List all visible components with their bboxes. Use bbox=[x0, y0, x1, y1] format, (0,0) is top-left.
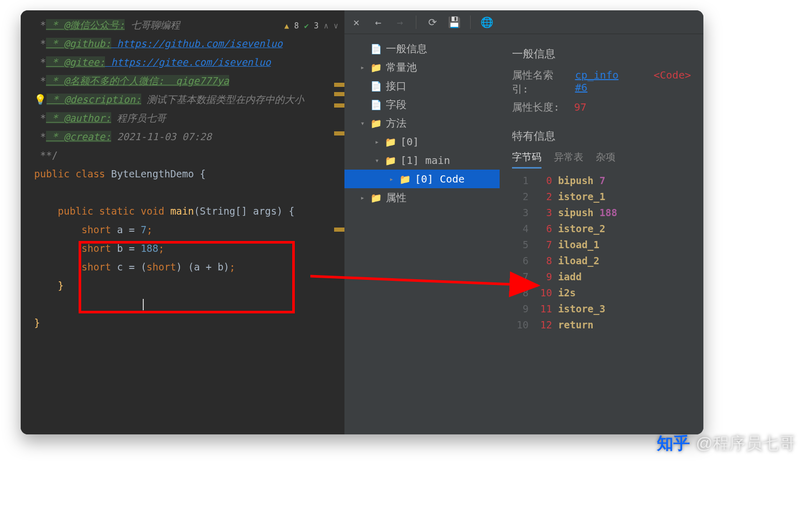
code-line[interactable] bbox=[34, 295, 340, 313]
attr-name-index-value: <Code> bbox=[654, 69, 691, 81]
bytecode-instruction: i2s bbox=[558, 287, 576, 298]
code-line[interactable]: short c = (short) (a + b); bbox=[34, 258, 340, 276]
error-stripe[interactable] bbox=[334, 103, 344, 108]
bytecode-instruction: bipush bbox=[558, 175, 594, 186]
editor-pane[interactable]: ▲ 8 ✔ 3 ∧ ∨ * * @微信公众号: 七哥聊编程 * * @githu… bbox=[21, 10, 344, 434]
bytecode-offset: 0 bbox=[534, 173, 552, 189]
bytecode-instruction: return bbox=[558, 319, 594, 330]
tree-item-label: 常量池 bbox=[386, 61, 417, 74]
error-stripe[interactable] bbox=[334, 92, 344, 96]
tree-item-label: 字段 bbox=[386, 98, 407, 112]
tree-item[interactable]: 📄字段 bbox=[344, 95, 500, 114]
code-line[interactable]: } bbox=[34, 313, 340, 332]
separator bbox=[470, 16, 471, 29]
save-icon[interactable]: 💾 bbox=[448, 17, 460, 28]
bytecode-row[interactable]: 3 3 sipush 188 bbox=[512, 205, 691, 221]
bytecode-line-no: 2 bbox=[512, 189, 529, 205]
error-stripe[interactable] bbox=[334, 131, 344, 135]
code-line[interactable]: * * @author: 程序员七哥 bbox=[34, 109, 340, 127]
bytecode-offset: 12 bbox=[534, 317, 552, 333]
code-line[interactable]: public static void main(String[] args) { bbox=[34, 202, 340, 220]
code-line[interactable]: short a = 7; bbox=[34, 220, 340, 239]
bytecode-row[interactable]: 9 11 istore_3 bbox=[512, 301, 691, 317]
forward-icon[interactable]: → bbox=[394, 17, 405, 28]
bytecode-row[interactable]: 5 7 iload_1 bbox=[512, 237, 691, 253]
chevron-icon: ▸ bbox=[359, 63, 366, 71]
bytecode-row[interactable]: 7 9 iadd bbox=[512, 269, 691, 285]
bytecode-row[interactable]: 2 2 istore_1 bbox=[512, 189, 691, 205]
bytecode-offset: 6 bbox=[534, 221, 552, 237]
folder-icon: 📁 bbox=[370, 192, 382, 203]
tree-item[interactable]: 📄接口 bbox=[344, 77, 500, 95]
file-icon: 📄 bbox=[370, 99, 382, 110]
code-line[interactable]: * * @gitee: https://gitee.com/isevenluo bbox=[34, 53, 340, 71]
bytecode-line-no: 3 bbox=[512, 205, 529, 221]
tree-item-label: [0] Code bbox=[415, 173, 464, 185]
chevron-icon: ▸ bbox=[359, 193, 366, 202]
tree-item[interactable]: ▾📁[1] main bbox=[344, 151, 500, 170]
tree-item-label: 接口 bbox=[386, 79, 407, 93]
tree-item[interactable]: ▸📁[0] Code bbox=[344, 170, 500, 188]
tree-item[interactable]: ▾📁方法 bbox=[344, 114, 500, 132]
tab-misc[interactable]: 杂项 bbox=[596, 150, 615, 169]
chevron-icon: ▸ bbox=[373, 138, 381, 146]
bytecode-row[interactable]: 4 6 istore_2 bbox=[512, 221, 691, 237]
code-line[interactable]: * * @名额不多的个人微信: qige777ya bbox=[34, 71, 340, 90]
tab-exception-table[interactable]: 异常表 bbox=[554, 150, 583, 169]
folder-icon: 📁 bbox=[385, 137, 396, 147]
tab-bytecode[interactable]: 字节码 bbox=[512, 150, 542, 169]
class-structure-tree[interactable]: 📄一般信息▸📁常量池📄接口📄字段▾📁方法▸📁[0] ▾📁[1] main▸📁[0… bbox=[344, 34, 500, 434]
file-icon: 📄 bbox=[370, 43, 382, 54]
code-line[interactable]: * * @github: https://github.com/isevenlu… bbox=[34, 34, 340, 53]
bytecode-line-no: 7 bbox=[512, 269, 529, 285]
browser-icon[interactable]: 🌐 bbox=[481, 17, 492, 28]
code-line[interactable]: **/ bbox=[34, 146, 340, 164]
bytecode-offset: 8 bbox=[534, 253, 552, 269]
bytecode-offset: 11 bbox=[534, 301, 552, 317]
tree-item-label: 一般信息 bbox=[386, 42, 427, 56]
bytecode-arg: 188 bbox=[599, 207, 617, 218]
bytecode-listing[interactable]: 1 0 bipush 72 2 istore_13 3 sipush 1884 … bbox=[512, 173, 691, 333]
attr-name-index-link[interactable]: cp_info #6 bbox=[575, 69, 637, 94]
bytecode-instruction: istore_3 bbox=[558, 303, 606, 314]
section-specific-info: 特有信息 bbox=[512, 129, 691, 143]
bytecode-arg: 7 bbox=[599, 175, 605, 186]
bytecode-row[interactable]: 8 10 i2s bbox=[512, 285, 691, 301]
bytecode-line-no: 10 bbox=[512, 317, 529, 333]
code-line[interactable] bbox=[34, 183, 340, 202]
chevron-icon: ▾ bbox=[359, 119, 366, 127]
refresh-icon[interactable]: ⟳ bbox=[427, 17, 438, 28]
bulb-icon[interactable]: 💡 bbox=[34, 94, 47, 105]
bytecode-instruction: istore_1 bbox=[558, 191, 606, 202]
code-line[interactable]: } bbox=[34, 276, 340, 295]
tree-item[interactable]: ▸📁[0] bbox=[344, 132, 500, 151]
code-line[interactable]: * * @create: 2021-11-03 07:28 bbox=[34, 127, 340, 146]
down-icon[interactable]: ∨ bbox=[334, 17, 338, 35]
folder-icon: 📁 bbox=[370, 62, 382, 73]
tree-item-label: 属性 bbox=[386, 191, 407, 205]
bytecode-offset: 3 bbox=[534, 205, 552, 221]
separator bbox=[416, 16, 416, 29]
tree-item[interactable]: ▸📁常量池 bbox=[344, 58, 500, 77]
attr-length-label: 属性长度: bbox=[512, 100, 569, 114]
tree-item-label: [0] bbox=[400, 135, 419, 148]
back-icon[interactable]: ← bbox=[372, 17, 384, 28]
error-stripe[interactable] bbox=[334, 83, 344, 87]
error-stripe[interactable] bbox=[334, 228, 344, 232]
up-icon[interactable]: ∧ bbox=[324, 17, 328, 35]
bytecode-line-no: 8 bbox=[512, 285, 529, 301]
code-line[interactable]: short b = 188; bbox=[34, 239, 340, 258]
ide-window: ▲ 8 ✔ 3 ∧ ∨ * * @微信公众号: 七哥聊编程 * * @githu… bbox=[21, 10, 703, 434]
code-line[interactable]: 💡 * @description: 测试下基本数据类型在内存中的大小 bbox=[34, 90, 340, 109]
close-icon[interactable]: ✕ bbox=[351, 17, 362, 28]
tree-item[interactable]: 📄一般信息 bbox=[344, 39, 500, 58]
bytecode-row[interactable]: 10 12 return bbox=[512, 317, 691, 333]
tree-item[interactable]: ▸📁属性 bbox=[344, 188, 500, 207]
bytecode-line-no: 6 bbox=[512, 253, 529, 269]
bytecode-viewer-pane: ✕ ← → ⟳ 💾 🌐 📄一般信息▸📁常量池📄接口📄字段▾📁方法▸📁[0] ▾📁… bbox=[344, 10, 703, 434]
bytecode-row[interactable]: 6 8 iload_2 bbox=[512, 253, 691, 269]
chevron-icon: ▾ bbox=[373, 156, 381, 164]
code-line[interactable]: public class ByteLengthDemo { bbox=[34, 164, 340, 183]
bytecode-row[interactable]: 1 0 bipush 7 bbox=[512, 173, 691, 189]
tree-item-label: 方法 bbox=[386, 116, 407, 130]
